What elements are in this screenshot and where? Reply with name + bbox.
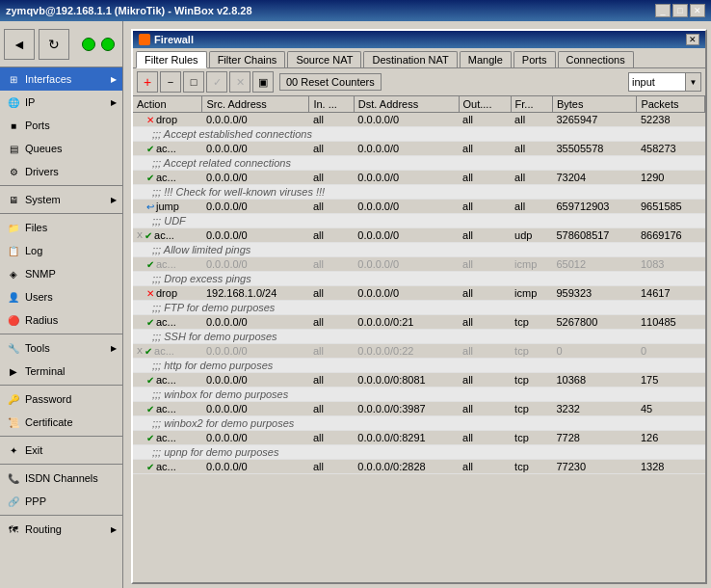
table-cell: 959323 [552,286,636,301]
tab-connections[interactable]: Connections [558,51,634,67]
sidebar-item-exit[interactable]: ✦ Exit [0,439,122,462]
table-cell: 659712903 [552,200,636,214]
chain-input[interactable] [628,72,686,92]
table-row[interactable]: ✔ac...0.0.0.0/0all0.0.0.0/0allicmp650121… [133,257,705,272]
tools-icon: 🔧 [6,340,21,356]
reset-counters-button[interactable]: 00 Reset Counters [279,73,382,91]
table-row[interactable]: ✔ac...0.0.0.0/0all0.0.0.0/0allall3550557… [133,142,705,156]
table-row[interactable]: ✔ac...0.0.0.0/0all0.0.0.0/0:21alltcp5267… [133,315,705,330]
tab-filter-chains[interactable]: Filter Chains [209,51,286,67]
sidebar-item-queues[interactable]: ▤ Queues [0,137,122,160]
x-button[interactable]: ✕ [229,71,250,93]
table-row[interactable]: X✔ac...0.0.0.0/0all0.0.0.0/0alludp578608… [133,228,705,243]
table-cell: 0.0.0.0/0 [202,228,309,243]
sidebar-item-routing[interactable]: 🗺 Routing ▶ [0,518,122,541]
sidebar-item-ports[interactable]: ■ Ports [0,114,122,137]
close-button[interactable]: ✕ [690,4,705,17]
action-cell: ✔ac... [133,460,202,474]
comment-cell: ;;; http for demo purposes [133,359,705,373]
tab-mangle[interactable]: Mangle [460,51,512,67]
table-row[interactable]: ✔ac...0.0.0.0/0all0.0.0.0/0allall7320412… [133,171,705,185]
table-row[interactable]: ;;; FTP for demo purposes [133,301,705,315]
chain-selector[interactable]: ▼ [628,72,701,92]
queues-icon: ▤ [6,141,21,156]
table-cell: all [309,113,354,127]
action-cell: ✕drop [133,113,202,127]
sidebar-item-system[interactable]: 🖥 System ▶ [0,188,122,211]
table-row[interactable]: ✕drop192.168.1.0/24all0.0.0.0/0allicmp95… [133,286,705,301]
tab-source-nat[interactable]: Source NAT [287,51,361,67]
sidebar-item-interfaces[interactable]: ⊞ Interfaces ▶ [0,67,122,91]
table-row[interactable]: ;;; !!! Check for well-known viruses !!! [133,185,705,200]
table-row[interactable]: ;;; winbox2 for demo purposes [133,416,705,431]
sidebar-item-certificate[interactable]: 📜 Certificate [0,411,122,434]
table-cell: 0.0.0.0/0 [202,373,309,388]
table-cell: 0.0.0.0/0 [354,113,459,127]
col-header-dst: Dst. Address [354,96,459,113]
table-cell: all [459,142,511,156]
table-row[interactable]: X✔ac...0.0.0.0/0all0.0.0.0/0:22alltcp00 [133,344,705,359]
chevron-right-icon: ▶ [111,75,117,84]
sidebar-item-drivers[interactable]: ⚙ Drivers [0,160,122,183]
table-cell: 45 [637,402,705,416]
sidebar-item-ip[interactable]: 🌐 IP ▶ [0,91,122,114]
sidebar-label-queues: Queues [25,143,63,154]
sidebar-item-terminal[interactable]: ▶ Terminal [0,360,122,383]
table-cell: all [309,344,354,359]
table-row[interactable]: ✔ac...0.0.0.0/0all0.0.0.0/0:8081alltcp10… [133,373,705,388]
table-row[interactable]: ;;; Accept established connections [133,127,705,142]
combo-dropdown-arrow[interactable]: ▼ [686,72,701,92]
col-header-in: In. ... [309,96,354,113]
firewall-close-button[interactable]: ✕ [686,34,699,45]
table-row[interactable]: ;;; SSH for demo purposes [133,330,705,344]
table-row[interactable]: ;;; winbox for demo purposes [133,388,705,402]
table-row[interactable]: ✔ac...0.0.0.0/0all0.0.0.0/0:3987alltcp32… [133,402,705,416]
table-row[interactable]: ;;; Drop excess pings [133,272,705,286]
copy-button[interactable]: ▣ [252,71,274,93]
table-row[interactable]: ✔ac...0.0.0.0/0all0.0.0.0/0:2828alltcp77… [133,460,705,474]
table-row[interactable]: ;;; Allow limited pings [133,243,705,257]
action-cell: ✔ac... [133,373,202,388]
tab-ports[interactable]: Ports [514,51,556,67]
log-icon: 📋 [6,243,21,258]
table-row[interactable]: ✔ac...0.0.0.0/0all0.0.0.0/0:8291alltcp77… [133,431,705,445]
chevron-right-icon: ▶ [111,196,117,204]
window-controls[interactable]: _ □ ✕ [655,4,705,17]
table-row[interactable]: ↩jump0.0.0.0/0all0.0.0.0/0allall65971290… [133,200,705,214]
sidebar-item-files[interactable]: 📁 Files [0,216,122,239]
chevron-right-icon: ▶ [111,525,117,534]
add-button[interactable]: + [137,71,158,93]
maximize-button[interactable]: □ [672,4,688,17]
table-row[interactable]: ;;; upnp for demo purposes [133,445,705,460]
sidebar-item-radius[interactable]: 🔴 Radius [0,308,122,332]
sidebar-item-snmp[interactable]: ◈ SNMP [0,262,122,285]
sidebar-item-tools[interactable]: 🔧 Tools ▶ [0,336,122,360]
check-button[interactable]: ✓ [206,71,227,93]
sidebar-item-log[interactable]: 📋 Log [0,239,122,262]
status-light-2 [101,38,115,51]
table-cell: 52238 [637,113,705,127]
minimize-button[interactable]: _ [655,4,671,17]
remove-button[interactable]: − [160,71,181,93]
sidebar-label-routing: Routing [25,523,62,535]
sidebar-item-isdn[interactable]: 📞 ISDN Channels [0,467,122,490]
table-row[interactable]: ;;; Accept related connections [133,156,705,171]
refresh-button[interactable]: ↻ [39,29,69,60]
comment-cell: ;;; Accept established connections [133,127,705,142]
table-row[interactable]: ✕drop0.0.0.0/0all0.0.0.0/0allall32659475… [133,113,705,127]
comment-cell: ;;; Drop excess pings [133,272,705,286]
back-button[interactable]: ◄ [4,29,35,60]
sidebar-item-password[interactable]: 🔑 Password [0,388,122,411]
edit-button[interactable]: □ [183,71,204,93]
table-row[interactable]: ;;; UDF [133,214,705,228]
ppp-icon: 🔗 [6,494,21,509]
tab-destination-nat[interactable]: Destination NAT [363,51,457,67]
tab-filter-rules[interactable]: Filter Rules [136,51,207,68]
comment-cell: ;;; !!! Check for well-known viruses !!! [133,185,705,200]
table-cell: 0.0.0.0/0:8081 [354,373,459,388]
sidebar-item-ppp[interactable]: 🔗 PPP [0,490,122,513]
action-cell: ✔ac... [133,315,202,330]
sidebar-item-users[interactable]: 👤 Users [0,285,122,308]
table-row[interactable]: ;;; http for demo purposes [133,359,705,373]
table-cell: 65012 [552,257,636,272]
